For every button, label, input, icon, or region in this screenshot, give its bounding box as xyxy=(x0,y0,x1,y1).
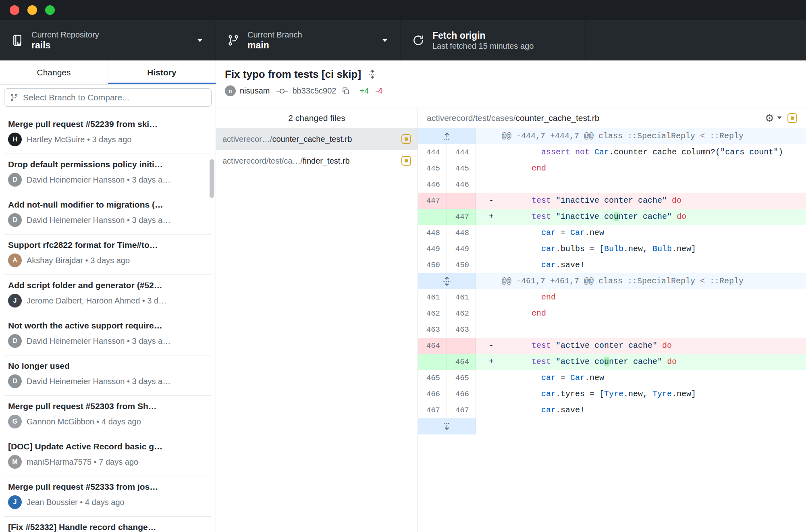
diff-header: activerecord/test/cases/counter_cache_te… xyxy=(418,108,806,128)
code-line: end xyxy=(512,160,546,177)
diff-sign xyxy=(476,370,512,386)
commit-list-title: Merge pull request #52333 from jos… xyxy=(8,481,208,493)
commit-row[interactable]: Merge pull request #52239 from ski…HHart… xyxy=(0,114,216,154)
author-name: nisusam xyxy=(240,86,270,96)
modified-file-icon xyxy=(401,134,411,144)
fetch-origin-button[interactable]: Fetch origin Last fetched 15 minutes ago xyxy=(401,20,586,60)
code-line: car = Car.new xyxy=(512,370,604,386)
diff-line-row: 449449 car.bulbs = [Bulb.new, Bulb.new] xyxy=(418,241,806,257)
file-path: activerecor…/counter_cache_test.rb xyxy=(222,135,397,144)
close-button[interactable] xyxy=(10,5,19,15)
file-row[interactable]: activerecord/test/ca…/finder_test.rb xyxy=(216,150,418,172)
old-line-number: 446 xyxy=(418,177,447,193)
avatar: D xyxy=(8,173,22,187)
toolbar: Current Repository rails Current Branch … xyxy=(0,20,806,60)
commit-row[interactable]: Not worth the active support require…DDa… xyxy=(0,315,216,355)
new-line-number: 449 xyxy=(447,241,476,257)
code-line: end xyxy=(512,289,556,305)
commit-icon xyxy=(276,88,288,94)
expand-hunk-button[interactable] xyxy=(418,128,476,144)
old-line-number xyxy=(418,354,447,370)
code-line: car.tyres = [Tyre.new, Tyre.new] xyxy=(512,386,696,402)
diff-line-row: 462462 end xyxy=(418,305,806,322)
commit-row[interactable]: Add script folder and generator (#52…JJe… xyxy=(0,275,216,315)
minimize-button[interactable] xyxy=(27,5,37,15)
expand-hunk-button[interactable] xyxy=(418,273,476,289)
window-controls xyxy=(10,5,55,15)
tab-changes[interactable]: Changes xyxy=(0,60,108,84)
diff-file-dir: activerecord/test/cases/ xyxy=(427,113,516,123)
old-line-number: 444 xyxy=(418,144,447,160)
commit-title: Fix typo from tests [ci skip] xyxy=(225,68,361,81)
old-line-number xyxy=(418,209,447,225)
diff-line-row: 466466 car.tyres = [Tyre.new, Tyre.new] xyxy=(418,386,806,402)
commit-row[interactable]: Support rfc2822 format for Time#to…AAksh… xyxy=(0,235,216,275)
expand-commit-summary-icon[interactable] xyxy=(368,69,377,79)
commit-sha: bb33c5c902 xyxy=(292,86,336,96)
branch-compare-field[interactable] xyxy=(4,88,212,107)
new-line-number: 445 xyxy=(447,160,476,177)
compare-branch-icon xyxy=(10,94,18,102)
repository-name: rails xyxy=(31,39,99,51)
commit-row[interactable]: Merge pull request #52303 from Sh…GGanno… xyxy=(0,396,216,436)
commit-meta: David Heinemeier Hansson • 3 days a… xyxy=(27,377,170,386)
diff-file-path: activerecord/test/cases/counter_cache_te… xyxy=(427,113,599,123)
diff-sign: + xyxy=(476,209,512,225)
chevron-down-icon xyxy=(382,39,388,42)
commit-row[interactable]: Drop default permissions policy initi…DD… xyxy=(0,154,216,194)
deletions-count: -4 xyxy=(375,86,382,96)
diff-sign xyxy=(476,160,512,177)
commit-list-title: Support rfc2822 format for Time#to… xyxy=(8,239,208,251)
changed-files-header: 2 changed files xyxy=(216,108,418,128)
tab-changes-label: Changes xyxy=(37,68,71,77)
branch-compare-input[interactable] xyxy=(23,93,206,102)
branch-compare-bar xyxy=(0,85,216,110)
diff-pane: activerecord/test/cases/counter_cache_te… xyxy=(418,108,806,532)
diff-line-row: 448448 car = Car.new xyxy=(418,225,806,241)
avatar: H xyxy=(8,133,22,146)
hunk-header-text: @@ -461,7 +461,7 @@ class ::SpecialReply… xyxy=(502,273,744,289)
commit-meta: David Heinemeier Hansson • 3 days a… xyxy=(27,337,170,346)
commit-row[interactable]: Merge pull request #52333 from jos…JJean… xyxy=(0,476,216,517)
commit-list-title: Merge pull request #52239 from ski… xyxy=(8,118,208,130)
sidebar-scrollbar[interactable] xyxy=(210,159,214,198)
commit-meta: Akshay Birajdar • 3 days ago xyxy=(27,256,130,265)
diff-sign xyxy=(476,322,512,338)
repository-label: Current Repository xyxy=(31,30,99,39)
diff-line-row: 461461 end xyxy=(418,289,806,305)
copy-sha-button[interactable] xyxy=(342,87,350,95)
diff-options-button[interactable]: ⚙ xyxy=(765,113,782,123)
diff-sign xyxy=(476,241,512,257)
old-line-number: 466 xyxy=(418,386,447,402)
commit-list-title: Not worth the active support require… xyxy=(8,320,208,331)
commit-list-title: Add script folder and generator (#52… xyxy=(8,280,208,291)
last-fetched-text: Last fetched 15 minutes ago xyxy=(432,41,534,51)
tab-history[interactable]: History xyxy=(108,60,216,84)
repo-icon xyxy=(11,34,24,47)
commit-row[interactable]: [Fix #52332] Handle record change… xyxy=(0,517,216,532)
diff-line-row: 447+ test "inactive counter cache" do xyxy=(418,209,806,225)
current-repository-button[interactable]: Current Repository rails xyxy=(0,20,216,60)
commit-meta: Jerome Dalbert, Haroon Ahmed • 3 d… xyxy=(27,296,166,305)
commit-list-title: Add not-null modifier to migrations (… xyxy=(8,199,208,210)
branch-name: main xyxy=(247,39,302,51)
modified-file-icon xyxy=(787,113,797,123)
commit-row[interactable]: [DOC] Update Active Record basic g…Mmani… xyxy=(0,436,216,476)
diff-sign xyxy=(476,305,512,322)
diff-hunk-row: @@ -444,7 +444,7 @@ class ::SpecialReply… xyxy=(418,128,806,144)
commit-meta: maniSHarma7575 • 7 days ago xyxy=(27,457,138,467)
code-line: test "active counter cache" do xyxy=(512,354,677,370)
expand-hunk-button[interactable] xyxy=(418,418,476,434)
file-row[interactable]: activerecor…/counter_cache_test.rb xyxy=(216,128,418,150)
maximize-button[interactable] xyxy=(45,5,55,15)
commit-row[interactable]: No longer usedDDavid Heinemeier Hansson … xyxy=(0,355,216,396)
diff-sign: + xyxy=(476,354,512,370)
modified-file-icon xyxy=(401,156,411,166)
diff-line-row: 444444 assert_not Car.counter_cache_colu… xyxy=(418,144,806,160)
titlebar xyxy=(0,0,806,20)
commit-row[interactable]: Add not-null modifier to migrations (…DD… xyxy=(0,194,216,235)
main-panel: Fix typo from tests [ci skip] n nisusam … xyxy=(216,60,806,532)
old-line-number: 445 xyxy=(418,160,447,177)
current-branch-button[interactable]: Current Branch main xyxy=(216,20,401,60)
old-line-number: 449 xyxy=(418,241,447,257)
